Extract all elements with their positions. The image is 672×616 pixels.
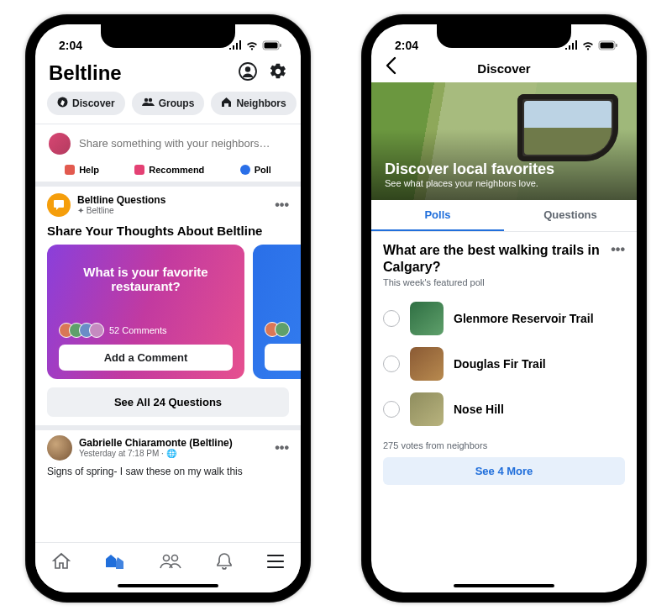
- home-indicator[interactable]: [118, 584, 218, 587]
- question-card[interactable]: What is your favorite restaurant? 52 Com…: [47, 245, 244, 379]
- chip-label: Discover: [72, 97, 115, 109]
- feed-post[interactable]: Gabrielle Chiaramonte (Beltline) Yesterd…: [35, 430, 301, 477]
- hero-banner: Discover local favorites See what places…: [371, 82, 637, 200]
- home-indicator[interactable]: [454, 584, 554, 587]
- hero-mirror-graphic: [517, 94, 618, 161]
- add-comment-button[interactable]: [265, 344, 301, 371]
- svg-point-9: [171, 555, 177, 561]
- option-thumbnail: [410, 347, 444, 381]
- svg-point-6: [144, 97, 148, 101]
- facepile: [265, 322, 290, 337]
- composer[interactable]: [35, 129, 301, 161]
- wifi-icon: [581, 40, 595, 50]
- section-title: Share Your Thoughts About Beltline: [35, 220, 301, 245]
- profile-icon[interactable]: [239, 62, 257, 84]
- composer-actions: Help Recommend Poll: [35, 161, 301, 182]
- svg-rect-12: [616, 44, 617, 47]
- action-label: Help: [79, 165, 99, 175]
- discover-tabs: Polls Questions: [371, 200, 637, 232]
- see-all-button[interactable]: See All 24 Questions: [47, 387, 289, 417]
- help-icon: [65, 165, 75, 175]
- vote-count: 275 votes from neighbors: [371, 432, 637, 457]
- divider: [35, 124, 301, 124]
- notch: [101, 24, 235, 48]
- action-label: Recommend: [149, 165, 204, 175]
- page-title: Discover: [477, 61, 530, 76]
- card-meta: [265, 322, 301, 337]
- option-label: Nose Hill: [454, 403, 504, 416]
- status-time: 2:04: [395, 39, 418, 52]
- questions-header: Beltline Questions ✦ Beltline •••: [35, 187, 301, 220]
- action-help[interactable]: Help: [65, 165, 99, 175]
- poll-question: What are the best walking trails in Calg…: [383, 242, 604, 276]
- post-timestamp: Yesterday at 7:18 PM · 🌐: [79, 449, 268, 458]
- compass-icon: [57, 97, 68, 110]
- tab-home[interactable]: [51, 551, 71, 575]
- tab-questions[interactable]: Questions: [504, 200, 637, 231]
- svg-point-4: [245, 66, 250, 71]
- chip-label: Neighbors: [236, 97, 286, 109]
- question-card[interactable]: Whe: [253, 245, 301, 379]
- post-text: Signs of spring- I saw these on my walk …: [47, 461, 289, 477]
- poll-subtitle: This week's featured poll: [371, 277, 637, 296]
- questions-name: Beltline Questions: [77, 194, 165, 206]
- poll-option[interactable]: Glenmore Reservoir Trail: [371, 296, 637, 341]
- tab-neighborhood[interactable]: [104, 551, 126, 575]
- chip-neighbors[interactable]: Neighbors: [211, 92, 296, 115]
- option-thumbnail: [410, 302, 444, 335]
- action-recommend[interactable]: Recommend: [134, 165, 204, 175]
- wifi-icon: [245, 40, 259, 50]
- hero-title: Discover local favorites: [385, 161, 623, 178]
- back-button[interactable]: [385, 56, 396, 80]
- more-icon[interactable]: •••: [275, 440, 289, 455]
- option-thumbnail: [410, 392, 444, 426]
- avatar[interactable]: [47, 435, 72, 461]
- comments-count: 52 Comments: [109, 325, 166, 335]
- see-more-button[interactable]: See 4 More: [383, 457, 625, 485]
- tab-polls[interactable]: Polls: [371, 200, 504, 231]
- category-chips: Discover Groups Neighbors: [35, 92, 301, 124]
- card-question: Whe: [265, 265, 301, 279]
- phone-right-screen: 2:04 Discover Discover local favorites S…: [371, 24, 637, 592]
- action-poll[interactable]: Poll: [240, 165, 271, 175]
- groups-icon: [142, 97, 155, 109]
- svg-rect-2: [280, 44, 281, 47]
- composer-input[interactable]: [79, 137, 287, 150]
- tab-groups[interactable]: [159, 553, 182, 573]
- tab-notifications[interactable]: [215, 551, 234, 575]
- poll-title-row: What are the best walking trails in Calg…: [371, 232, 637, 277]
- radio-icon[interactable]: [383, 355, 400, 372]
- status-time: 2:04: [59, 39, 82, 52]
- poll-option[interactable]: Nose Hill: [371, 387, 637, 432]
- phone-left-frame: 2:04 Beltline Discover Groups: [25, 14, 311, 603]
- page-title: Beltline: [49, 61, 122, 85]
- svg-rect-11: [601, 42, 614, 48]
- svg-point-7: [149, 97, 152, 101]
- question-cards[interactable]: What is your favorite restaurant? 52 Com…: [35, 245, 301, 379]
- facepile: [59, 323, 104, 338]
- option-label: Glenmore Reservoir Trail: [454, 312, 594, 325]
- radio-icon[interactable]: [383, 401, 400, 418]
- chip-groups[interactable]: Groups: [132, 92, 205, 115]
- header: Beltline: [35, 58, 301, 92]
- post-author[interactable]: Gabrielle Chiaramonte (Beltline): [79, 437, 268, 449]
- svg-rect-1: [265, 42, 278, 48]
- avatar[interactable]: [49, 133, 71, 155]
- chip-label: Groups: [159, 97, 195, 109]
- gear-icon[interactable]: [269, 62, 287, 84]
- add-comment-button[interactable]: Add a Comment: [59, 345, 233, 371]
- more-icon[interactable]: •••: [275, 197, 289, 213]
- phone-right-frame: 2:04 Discover Discover local favorites S…: [361, 14, 647, 603]
- poll-option[interactable]: Douglas Fir Trail: [371, 341, 637, 387]
- tab-menu[interactable]: [266, 554, 285, 572]
- questions-icon: [47, 193, 71, 217]
- header: Discover: [371, 58, 637, 82]
- battery-icon: [598, 40, 618, 50]
- battery-icon: [262, 40, 282, 50]
- chip-discover[interactable]: Discover: [47, 92, 125, 115]
- questions-location: ✦ Beltline: [77, 206, 165, 215]
- radio-icon[interactable]: [383, 310, 400, 327]
- phone-left-screen: 2:04 Beltline Discover Groups: [35, 24, 301, 592]
- hero-subtitle: See what places your neighbors love.: [385, 178, 623, 188]
- more-icon[interactable]: •••: [604, 242, 625, 257]
